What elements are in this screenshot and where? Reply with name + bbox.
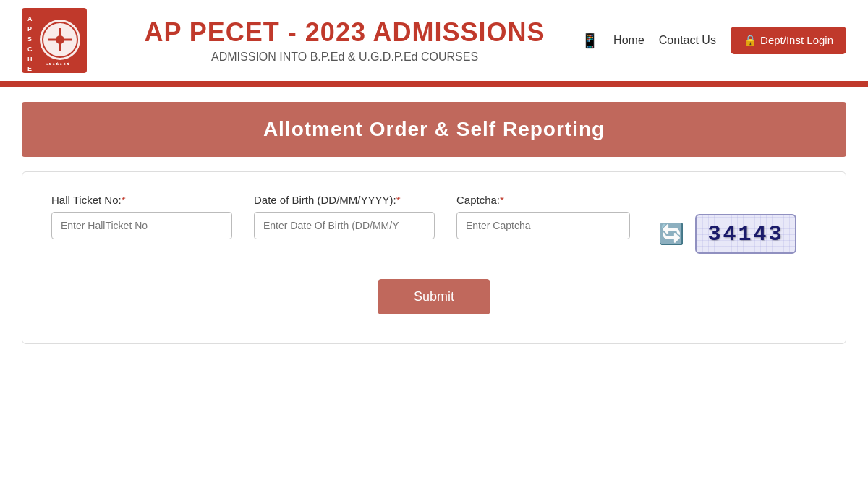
logo-area: A P S C H E ఆంధ్రప్రదేశ్ [22,8,87,73]
hall-ticket-label: Hall Ticket No:* [51,194,232,206]
captcha-input[interactable] [456,212,630,239]
page-subtitle: ADMISSION INTO B.P.Ed & U.G.D.P.Ed COURS… [109,51,581,64]
home-link[interactable]: Home [613,34,644,47]
captcha-group: Captcha:* [456,194,630,239]
form-row: Hall Ticket No:* Date of Birth (DD/MM/YY… [51,194,817,254]
nav-area: 📱 Home Contact Us 🔒 Dept/Inst Login [581,27,846,54]
dob-label: Date of Birth (DD/MM/YYYY):* [254,194,435,206]
captcha-value: 34143 [707,222,783,247]
refresh-captcha-icon[interactable]: 🔄 [659,222,684,246]
svg-text:P: P [27,25,32,33]
svg-text:S: S [27,35,32,43]
divider-bar [0,83,868,87]
hall-ticket-input[interactable] [51,212,232,239]
hall-ticket-group: Hall Ticket No:* [51,194,232,239]
page-title: AP PECET - 2023 ADMISSIONS [109,17,581,48]
submit-row: Submit [51,279,817,314]
svg-text:ఆంధ్రప్రదేశ్: ఆంధ్రప్రదేశ్ [45,62,70,67]
form-container: Hall Ticket No:* Date of Birth (DD/MM/YY… [22,171,846,344]
title-area: AP PECET - 2023 ADMISSIONS ADMISSION INT… [109,17,581,64]
page-banner: Allotment Order & Self Reporting [22,102,846,157]
captcha-label: Captcha:* [456,194,630,206]
svg-text:E: E [27,65,32,72]
dept-login-button[interactable]: 🔒 Dept/Inst Login [731,27,846,54]
svg-text:C: C [27,46,33,53]
submit-button[interactable]: Submit [378,279,490,314]
dob-input[interactable] [254,212,435,239]
contact-link[interactable]: Contact Us [659,34,716,47]
svg-point-11 [56,35,64,44]
banner-title: Allotment Order & Self Reporting [263,118,605,140]
captcha-image: 34143 [695,214,796,254]
mobile-icon: 📱 [581,32,599,49]
apsche-logo: A P S C H E ఆంధ్రప్రదేశ్ [22,8,87,73]
dob-group: Date of Birth (DD/MM/YYYY):* [254,194,435,239]
svg-text:A: A [27,15,33,22]
header: A P S C H E ఆంధ్రప్రదేశ్ AP PECET - 2023… [0,0,868,83]
captcha-display-area: 🔄 34143 [659,214,796,254]
svg-text:H: H [27,56,33,63]
